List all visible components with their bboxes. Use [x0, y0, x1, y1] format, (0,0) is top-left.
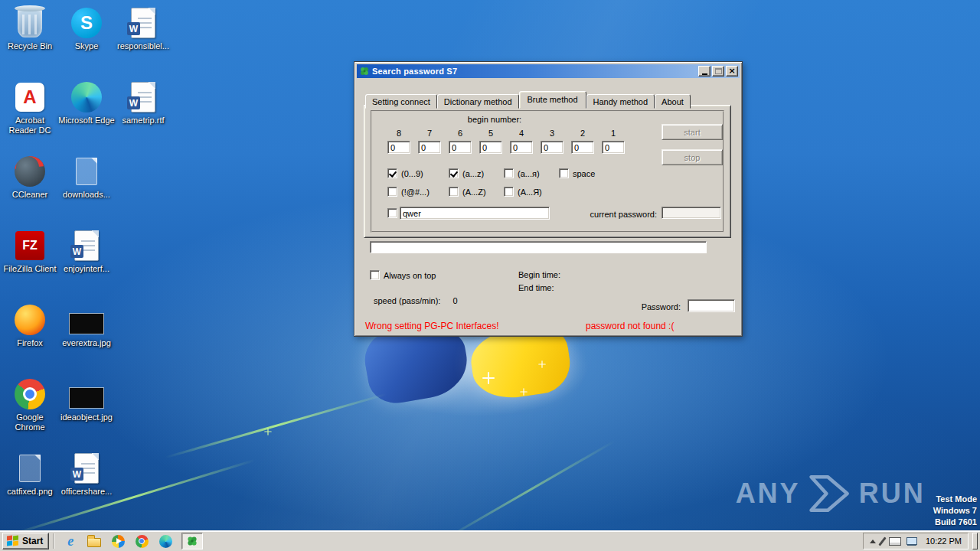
quicklaunch-internet-explorer-icon[interactable]: e — [61, 533, 80, 549]
checkbox-label: (A...Я) — [518, 187, 542, 197]
digit-position-label-7: 7 — [418, 129, 441, 138]
sandbox-info-line: Build 7601 — [933, 517, 977, 528]
taskbar-clock[interactable]: 10:22 PM — [923, 536, 962, 546]
desktop-icon-firefox[interactable]: Firefox — [2, 303, 58, 348]
desktop-icon-skype[interactable]: SSkype — [58, 6, 115, 51]
desktop-icon-label: Microsoft Edge — [58, 116, 115, 126]
desktop-icon-google-chrome[interactable]: Google Chrome — [2, 377, 58, 432]
quicklaunch-media-player-icon[interactable] — [109, 533, 127, 549]
digit-position-label-2: 2 — [571, 129, 594, 138]
charset-checkbox-a-я[interactable]: (A...Я) — [504, 187, 559, 197]
touch-keyboard-icon[interactable] — [889, 537, 901, 546]
speed-row: speed (pass/min): 0 — [374, 296, 458, 305]
desktop-icon-label: downloads... — [58, 190, 115, 200]
desktop-icon-downloads[interactable]: downloads... — [58, 155, 115, 200]
desktop-icon-ideaobject-jpg[interactable]: ideaobject.jpg — [58, 377, 115, 422]
taskbar-running-app-search-password-s7[interactable] — [181, 533, 203, 549]
digit-position-label-4: 4 — [510, 129, 533, 138]
quicklaunch-microsoft-edge-icon[interactable] — [156, 533, 175, 549]
hidden-icons-chevron-icon[interactable] — [870, 536, 876, 546]
quicklaunch-windows-explorer-icon[interactable] — [85, 533, 103, 549]
progress-bar — [370, 241, 707, 253]
jpg-thumb-icon — [58, 303, 115, 337]
desktop-icon-label: FileZilla Client — [2, 264, 58, 274]
always-on-top-checkbox[interactable]: Always on top — [370, 270, 436, 280]
stop-button[interactable]: stop — [662, 149, 723, 165]
checkbox-label: (a...я) — [518, 169, 540, 178]
desktop-icon-label: Google Chrome — [2, 412, 58, 432]
quick-launch-bar: e — [58, 533, 178, 549]
digit-input-4[interactable] — [510, 141, 533, 154]
checkbox-icon — [449, 168, 459, 178]
charset-checkbox-item[interactable]: (!@#...) — [387, 187, 449, 197]
desktop-icon-sametrip-rtf[interactable]: Wsametrip.rtf — [115, 80, 172, 126]
desktop-icon-ccleaner[interactable]: CCleaner — [2, 155, 58, 200]
desktop-icon-label: Firefox — [2, 338, 58, 348]
desktop-icon-recycle-bin[interactable]: Recycle Bin — [2, 6, 58, 51]
digit-input-6[interactable] — [449, 141, 472, 154]
word-doc-icon: W — [115, 80, 172, 114]
desktop-icon-catfixed-png[interactable]: catfixed.png — [2, 452, 58, 497]
desktop-icon-label: enjoyinterf... — [58, 264, 115, 274]
minimize-button[interactable] — [698, 66, 710, 77]
digit-input-2[interactable] — [571, 141, 594, 154]
desktop-icon-filezilla-client[interactable]: FZFileZilla Client — [2, 229, 58, 274]
desktop-icon-enjoyinterf[interactable]: Wenjoyinterf... — [58, 229, 115, 274]
tab-setting-connect[interactable]: Setting connect — [365, 94, 437, 109]
window-titlebar[interactable]: Search password S7 × — [357, 64, 740, 78]
charset-checkbox-a-z[interactable]: (a...z) — [449, 168, 504, 178]
desktop-icon-label: responsiblel... — [115, 41, 172, 51]
desktop-icon-label: Skype — [58, 41, 115, 51]
close-button[interactable]: × — [726, 66, 738, 77]
desktop-icon-microsoft-edge[interactable]: Microsoft Edge — [58, 80, 115, 126]
start-button-taskbar[interactable]: Start — [2, 533, 49, 549]
show-desktop-button[interactable] — [972, 533, 978, 549]
digit-input-3[interactable] — [541, 141, 564, 154]
ghost-file-icon — [2, 452, 58, 485]
desktop-icon-acrobat-reader-dc[interactable]: AAcrobat Reader DC — [2, 80, 58, 135]
windows-flag-icon — [7, 536, 19, 546]
jpg-thumb-icon — [58, 377, 115, 411]
app-clover-icon — [359, 66, 370, 77]
desktop-icon-label: catfixed.png — [2, 487, 58, 497]
skype-icon: S — [58, 6, 115, 40]
password-input[interactable] — [688, 299, 735, 312]
network-icon[interactable] — [906, 537, 917, 545]
tab-handy-method[interactable]: Handy method — [586, 94, 655, 109]
digit-position-label-6: 6 — [449, 129, 472, 138]
charset-checkbox-0-9[interactable]: (0...9) — [387, 168, 449, 178]
desktop-icon-label: officershare... — [58, 487, 115, 497]
desktop-icon-officershare[interactable]: Wofficershare... — [58, 452, 115, 497]
current-password-label: current password: — [571, 210, 657, 219]
checkbox-icon — [387, 187, 397, 197]
password-label: Password: — [627, 302, 681, 311]
digit-input-5[interactable] — [479, 141, 502, 154]
charset-checkbox-space[interactable]: space — [559, 168, 614, 178]
anyrun-watermark: ANY RUN Test Mode Windows 7 Build 7601 — [736, 471, 977, 528]
custom-charset-checkbox[interactable] — [387, 208, 397, 218]
pen-input-icon[interactable] — [881, 536, 884, 546]
start-button[interactable]: start — [662, 124, 723, 140]
tab-brute-method[interactable]: Brute method — [519, 91, 586, 109]
brute-method-tab-page: begin number: 87654321 start stop (0...9… — [364, 105, 731, 238]
digit-input-1[interactable] — [602, 141, 625, 154]
firefox-icon — [2, 303, 58, 337]
charset-checkbox-a-я[interactable]: (a...я) — [504, 168, 559, 178]
maximize-button[interactable] — [712, 66, 724, 77]
digit-input-8[interactable] — [387, 141, 410, 154]
custom-charset-input[interactable] — [400, 207, 550, 220]
current-password-input[interactable] — [662, 207, 721, 219]
tab-about[interactable]: About — [655, 94, 691, 109]
checkbox-icon — [504, 168, 514, 178]
charset-checkbox-a-z[interactable]: (A...Z) — [449, 187, 504, 197]
checkbox-icon — [370, 270, 380, 280]
desktop-icon-everextra-jpg[interactable]: everextra.jpg — [58, 303, 115, 348]
desktop-icon-responsiblel[interactable]: Wresponsiblel... — [115, 6, 172, 51]
checkbox-icon — [387, 168, 397, 178]
desktop-icon-label: everextra.jpg — [58, 338, 115, 348]
tab-dictionary-method[interactable]: Dictionary method — [437, 94, 519, 109]
desktop-icon-label: CCleaner — [2, 190, 58, 200]
quicklaunch-google-chrome-icon[interactable] — [132, 533, 151, 549]
taskbar-divider — [53, 533, 54, 549]
digit-input-7[interactable] — [418, 141, 441, 154]
